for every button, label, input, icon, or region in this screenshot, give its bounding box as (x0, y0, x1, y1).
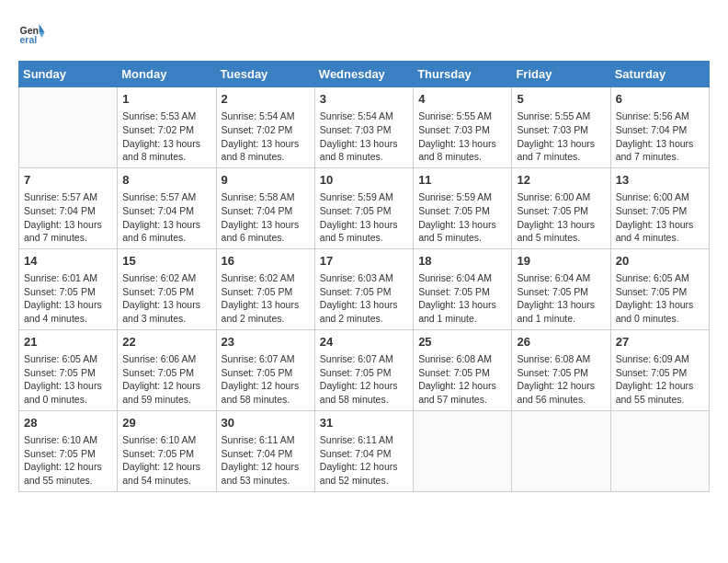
day-info: Sunrise: 5:59 AM Sunset: 7:05 PM Dayligh… (320, 190, 408, 245)
day-number: 23 (222, 334, 310, 350)
day-info: Sunrise: 6:10 AM Sunset: 7:05 PM Dayligh… (122, 433, 210, 488)
day-number: 16 (222, 253, 310, 270)
day-number: 15 (122, 253, 210, 270)
header: Gen eral (18, 18, 710, 46)
calendar-cell: 14Sunrise: 6:01 AM Sunset: 7:05 PM Dayli… (19, 248, 118, 329)
day-number: 24 (320, 334, 408, 350)
calendar-cell: 1Sunrise: 5:53 AM Sunset: 7:02 PM Daylig… (118, 87, 216, 168)
day-info: Sunrise: 5:57 AM Sunset: 7:04 PM Dayligh… (122, 190, 210, 245)
calendar-cell: 8Sunrise: 5:57 AM Sunset: 7:04 PM Daylig… (118, 167, 216, 248)
day-info: Sunrise: 5:59 AM Sunset: 7:05 PM Dayligh… (418, 190, 506, 245)
calendar-cell (414, 410, 512, 491)
calendar-cell: 4Sunrise: 5:55 AM Sunset: 7:03 PM Daylig… (414, 87, 512, 168)
calendar-cell: 31Sunrise: 6:11 AM Sunset: 7:04 PM Dayli… (314, 410, 413, 491)
calendar-cell: 18Sunrise: 6:04 AM Sunset: 7:05 PM Dayli… (414, 248, 512, 329)
day-info: Sunrise: 6:07 AM Sunset: 7:05 PM Dayligh… (320, 352, 408, 407)
day-number: 6 (616, 91, 704, 108)
calendar-cell: 25Sunrise: 6:08 AM Sunset: 7:05 PM Dayli… (414, 329, 512, 410)
calendar-cell: 11Sunrise: 5:59 AM Sunset: 7:05 PM Dayli… (414, 167, 512, 248)
day-info: Sunrise: 5:55 AM Sunset: 7:03 PM Dayligh… (418, 109, 506, 164)
day-info: Sunrise: 5:57 AM Sunset: 7:04 PM Dayligh… (24, 190, 112, 245)
day-number: 31 (320, 415, 408, 431)
calendar-week-2: 7Sunrise: 5:57 AM Sunset: 7:04 PM Daylig… (19, 167, 710, 248)
day-info: Sunrise: 5:58 AM Sunset: 7:04 PM Dayligh… (222, 190, 310, 245)
day-number: 4 (418, 91, 506, 108)
calendar-week-3: 14Sunrise: 6:01 AM Sunset: 7:05 PM Dayli… (19, 248, 710, 329)
calendar-header-tuesday: Tuesday (216, 62, 314, 87)
day-number: 22 (122, 334, 210, 350)
day-number: 29 (122, 415, 210, 431)
day-info: Sunrise: 6:04 AM Sunset: 7:05 PM Dayligh… (418, 271, 506, 326)
day-number: 27 (616, 334, 704, 350)
day-info: Sunrise: 6:11 AM Sunset: 7:04 PM Dayligh… (320, 433, 408, 488)
calendar-cell: 6Sunrise: 5:56 AM Sunset: 7:04 PM Daylig… (610, 87, 709, 168)
svg-marker-3 (40, 32, 45, 38)
calendar-header-row: SundayMondayTuesdayWednesdayThursdayFrid… (19, 62, 710, 87)
day-number: 11 (418, 172, 506, 189)
day-number: 19 (517, 253, 605, 270)
day-number: 5 (517, 91, 605, 108)
day-info: Sunrise: 6:00 AM Sunset: 7:05 PM Dayligh… (517, 190, 605, 245)
calendar-cell: 15Sunrise: 6:02 AM Sunset: 7:05 PM Dayli… (118, 248, 216, 329)
calendar-header-wednesday: Wednesday (314, 62, 413, 87)
day-info: Sunrise: 6:07 AM Sunset: 7:05 PM Dayligh… (222, 352, 310, 407)
day-number: 25 (418, 334, 506, 350)
day-info: Sunrise: 6:03 AM Sunset: 7:05 PM Dayligh… (320, 271, 408, 326)
day-info: Sunrise: 5:54 AM Sunset: 7:02 PM Dayligh… (222, 109, 310, 164)
day-info: Sunrise: 6:06 AM Sunset: 7:05 PM Dayligh… (122, 352, 210, 407)
calendar-header-monday: Monday (118, 62, 216, 87)
calendar-header-saturday: Saturday (610, 62, 709, 87)
calendar-cell: 24Sunrise: 6:07 AM Sunset: 7:05 PM Dayli… (314, 329, 413, 410)
calendar-cell: 30Sunrise: 6:11 AM Sunset: 7:04 PM Dayli… (216, 410, 314, 491)
day-info: Sunrise: 6:11 AM Sunset: 7:04 PM Dayligh… (222, 433, 310, 488)
day-info: Sunrise: 5:53 AM Sunset: 7:02 PM Dayligh… (122, 109, 210, 164)
logo-icon: Gen eral (18, 18, 46, 46)
calendar-cell: 10Sunrise: 5:59 AM Sunset: 7:05 PM Dayli… (314, 167, 413, 248)
day-info: Sunrise: 5:55 AM Sunset: 7:03 PM Dayligh… (517, 109, 605, 164)
calendar-cell (610, 410, 709, 491)
day-info: Sunrise: 6:04 AM Sunset: 7:05 PM Dayligh… (517, 271, 605, 326)
calendar-cell: 9Sunrise: 5:58 AM Sunset: 7:04 PM Daylig… (216, 167, 314, 248)
calendar-cell: 16Sunrise: 6:02 AM Sunset: 7:05 PM Dayli… (216, 248, 314, 329)
day-info: Sunrise: 5:54 AM Sunset: 7:03 PM Dayligh… (320, 109, 408, 164)
calendar-cell: 22Sunrise: 6:06 AM Sunset: 7:05 PM Dayli… (118, 329, 216, 410)
calendar-cell: 17Sunrise: 6:03 AM Sunset: 7:05 PM Dayli… (314, 248, 413, 329)
day-number: 2 (222, 91, 310, 108)
day-info: Sunrise: 6:10 AM Sunset: 7:05 PM Dayligh… (24, 433, 112, 488)
calendar-cell: 27Sunrise: 6:09 AM Sunset: 7:05 PM Dayli… (610, 329, 709, 410)
day-number: 14 (24, 253, 112, 270)
calendar-week-4: 21Sunrise: 6:05 AM Sunset: 7:05 PM Dayli… (19, 329, 710, 410)
day-info: Sunrise: 6:02 AM Sunset: 7:05 PM Dayligh… (122, 271, 210, 326)
day-number: 8 (122, 172, 210, 189)
calendar-cell: 7Sunrise: 5:57 AM Sunset: 7:04 PM Daylig… (19, 167, 118, 248)
calendar-week-1: 1Sunrise: 5:53 AM Sunset: 7:02 PM Daylig… (19, 87, 710, 168)
day-number: 13 (616, 172, 704, 189)
calendar-cell: 23Sunrise: 6:07 AM Sunset: 7:05 PM Dayli… (216, 329, 314, 410)
calendar-cell: 28Sunrise: 6:10 AM Sunset: 7:05 PM Dayli… (19, 410, 118, 491)
calendar-cell: 2Sunrise: 5:54 AM Sunset: 7:02 PM Daylig… (216, 87, 314, 168)
day-number: 20 (616, 253, 704, 270)
day-info: Sunrise: 6:00 AM Sunset: 7:05 PM Dayligh… (616, 190, 704, 245)
day-info: Sunrise: 5:56 AM Sunset: 7:04 PM Dayligh… (616, 109, 704, 164)
calendar-header-friday: Friday (512, 62, 610, 87)
day-info: Sunrise: 6:05 AM Sunset: 7:05 PM Dayligh… (616, 271, 704, 326)
calendar-cell: 12Sunrise: 6:00 AM Sunset: 7:05 PM Dayli… (512, 167, 610, 248)
calendar-header-thursday: Thursday (414, 62, 512, 87)
day-number: 21 (24, 334, 112, 350)
day-number: 18 (418, 253, 506, 270)
svg-marker-2 (40, 24, 45, 32)
day-number: 12 (517, 172, 605, 189)
day-info: Sunrise: 6:08 AM Sunset: 7:05 PM Dayligh… (418, 352, 506, 407)
day-number: 10 (320, 172, 408, 189)
calendar-cell: 20Sunrise: 6:05 AM Sunset: 7:05 PM Dayli… (610, 248, 709, 329)
day-number: 1 (122, 91, 210, 108)
day-info: Sunrise: 6:09 AM Sunset: 7:05 PM Dayligh… (616, 352, 704, 407)
day-number: 3 (320, 91, 408, 108)
calendar-cell: 29Sunrise: 6:10 AM Sunset: 7:05 PM Dayli… (118, 410, 216, 491)
day-number: 26 (517, 334, 605, 350)
day-number: 7 (24, 172, 112, 189)
day-number: 30 (222, 415, 310, 431)
day-number: 17 (320, 253, 408, 270)
day-info: Sunrise: 6:02 AM Sunset: 7:05 PM Dayligh… (222, 271, 310, 326)
day-number: 28 (24, 415, 112, 431)
